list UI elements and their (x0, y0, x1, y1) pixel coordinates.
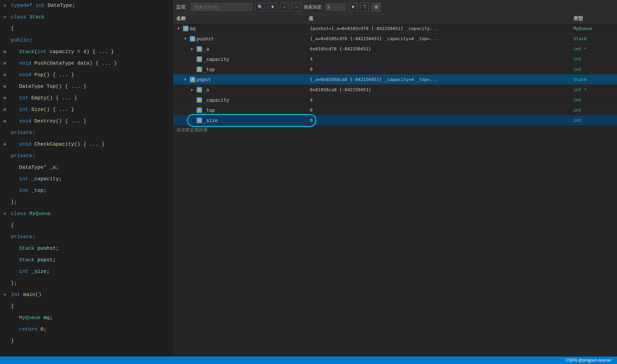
name-cell: ▶🔒_a (176, 46, 308, 52)
var-icon: 🔒 (197, 56, 202, 62)
var-name: pushst (197, 36, 214, 42)
search-icon-btn[interactable]: 🔍 (255, 3, 265, 12)
forward-btn[interactable]: → (292, 3, 301, 12)
watch-row[interactable]: ▼🔒pushst{_a=0x0105cd78 {-842150451} _cap… (173, 34, 617, 44)
code-line: ⊞int Empty() { ... } (0, 93, 173, 104)
line-gutter[interactable]: ⊖ (0, 208, 10, 220)
var-name: _a (203, 46, 209, 52)
code-content: int _capacity; (10, 173, 173, 185)
depth-down-btn[interactable]: ▼ (349, 3, 358, 12)
expand-arrow-icon[interactable]: ▶ (191, 88, 195, 92)
watch-table-header: 名称 值 类型 (173, 14, 617, 23)
var-icon: 🔒 (197, 46, 202, 52)
code-content: Stack(int capacity = 4) { ... } (10, 46, 173, 58)
line-gutter[interactable]: ⊖ (0, 0, 10, 12)
code-line: int _top; (0, 185, 173, 197)
value-cell: 0 (308, 118, 573, 123)
code-content: Stack popst; (10, 254, 173, 266)
var-icon: 🔒 (197, 97, 202, 103)
code-content: void Pop() { ... } (10, 69, 173, 81)
code-line: MyQueue mq; (0, 312, 173, 324)
var-name: _top (203, 107, 215, 113)
name-cell: ▼🔒popst (176, 77, 308, 82)
line-gutter[interactable]: ⊞ (0, 81, 10, 93)
type-cell: MyQueue (573, 26, 614, 31)
code-content: private: (10, 127, 173, 139)
value-cell: 4 (308, 56, 573, 62)
depth-label: 搜索深度: (304, 4, 323, 10)
view-btn[interactable]: ⊞ (372, 3, 381, 12)
watch-row[interactable]: 🔒_capacity4int (173, 54, 617, 64)
code-line: }; (0, 278, 173, 289)
watch-row[interactable]: 🔒_top0int (173, 64, 617, 75)
line-gutter[interactable]: ⊖ (0, 289, 10, 301)
code-line: ⊞void Destroy() { ... } (0, 116, 173, 127)
code-content: class Stack (10, 12, 173, 23)
line-gutter[interactable]: ⊞ (0, 58, 10, 69)
code-line: ⊞void CheckCapacity() { ... } (0, 139, 173, 150)
var-icon: 🔒 (183, 26, 188, 31)
code-content: DataType Top() { ... } (10, 81, 173, 93)
code-line: private: (0, 231, 173, 243)
line-gutter[interactable]: ⊞ (0, 69, 10, 81)
watch-row[interactable]: ▶🔒_a0x01058ca8 {-842150451}int * (173, 85, 617, 95)
code-panel: ⊖typedef int DataType;⊖class Stack{publi… (0, 0, 173, 357)
watch-row[interactable]: 🔒_top0int (173, 105, 617, 115)
var-icon: 🔒 (197, 87, 202, 93)
watch-row[interactable]: ▶🔒_a0x0105cd78 {-842150451}int * (173, 44, 617, 54)
back-btn[interactable]: ← (280, 3, 289, 12)
code-content: void Push(DataType data) { ... } (10, 58, 173, 69)
watch-row[interactable]: 🔒_capacity4int (173, 95, 617, 105)
code-line: ⊞Stack(int capacity = 4) { ... } (0, 46, 173, 58)
code-line: DataType* _a; (0, 162, 173, 173)
watch-toolbar: 监视 🔍 ▼ ← → 搜索深度: ▼ ⊤ ⊞ (173, 0, 617, 14)
value-cell: {_a=0x01058ca8 {-842150451} _capacity=4 … (308, 77, 573, 82)
line-gutter[interactable]: ⊞ (0, 93, 10, 104)
type-cell: Stack (573, 36, 614, 41)
value-cell: {pushst={_a=0x0105cd78 {-842150451} _cap… (308, 26, 573, 31)
code-line: ⊞int Size() { ... } (0, 104, 173, 116)
code-line: { (0, 220, 173, 231)
code-line: } (0, 335, 173, 347)
search-input[interactable] (191, 3, 252, 11)
var-icon: 🔒 (190, 77, 195, 82)
type-cell: int (573, 97, 614, 102)
expand-arrow-icon[interactable]: ▼ (184, 78, 188, 81)
var-icon: 🔒 (197, 67, 202, 72)
name-cell: 🔒_top (176, 67, 308, 72)
dropdown-btn[interactable]: ▼ (268, 3, 277, 12)
code-line: ⊖class MyQueue (0, 208, 173, 220)
code-line: private: (0, 127, 173, 139)
code-content: return 0; (10, 324, 173, 335)
watch-row[interactable]: 🔒_size0int (173, 115, 617, 126)
var-name: _size (203, 118, 218, 123)
line-gutter[interactable]: ⊞ (0, 46, 10, 58)
line-gutter[interactable]: ⊖ (0, 12, 10, 23)
code-content: class MyQueue (10, 208, 173, 220)
code-content: int main() (10, 289, 173, 301)
line-gutter[interactable]: ⊞ (0, 139, 10, 150)
code-line: ⊞void Pop() { ... } (0, 69, 173, 81)
col-name: 名称 (176, 16, 308, 22)
filter-btn[interactable]: ⊤ (360, 3, 369, 12)
expand-arrow-icon[interactable]: ▼ (184, 37, 188, 40)
line-gutter[interactable]: ⊞ (0, 116, 10, 127)
expand-arrow-icon[interactable]: ▶ (191, 47, 195, 51)
code-content: DataType* _a; (10, 162, 173, 173)
code-line: return 0; (0, 324, 173, 335)
value-cell: 0x01058ca8 {-842150451} (308, 87, 573, 92)
watch-row[interactable]: ▼🔒popst{_a=0x01058ca8 {-842150451} _capa… (173, 75, 617, 85)
depth-input[interactable] (326, 3, 346, 11)
var-name: _top (203, 67, 215, 72)
var-name: _capacity (203, 56, 229, 62)
add-watch-label[interactable]: 添加要监视的项 (173, 126, 617, 134)
code-content: typedef int DataType; (10, 0, 173, 12)
value-cell: 4 (308, 97, 573, 102)
type-cell: Stack (573, 77, 614, 82)
watch-row[interactable]: ▼🔒mq{pushst={_a=0x0105cd78 {-842150451} … (173, 23, 617, 34)
name-cell: 🔒_top (176, 107, 308, 113)
expand-arrow-icon[interactable]: ▼ (178, 27, 182, 30)
watch-panel-wrapper: 监视 🔍 ▼ ← → 搜索深度: ▼ ⊤ ⊞ 名称 值 类型 ▼🔒mq{push… (173, 0, 617, 357)
name-cell: 🔒_size (176, 118, 308, 123)
line-gutter[interactable]: ⊞ (0, 104, 10, 116)
